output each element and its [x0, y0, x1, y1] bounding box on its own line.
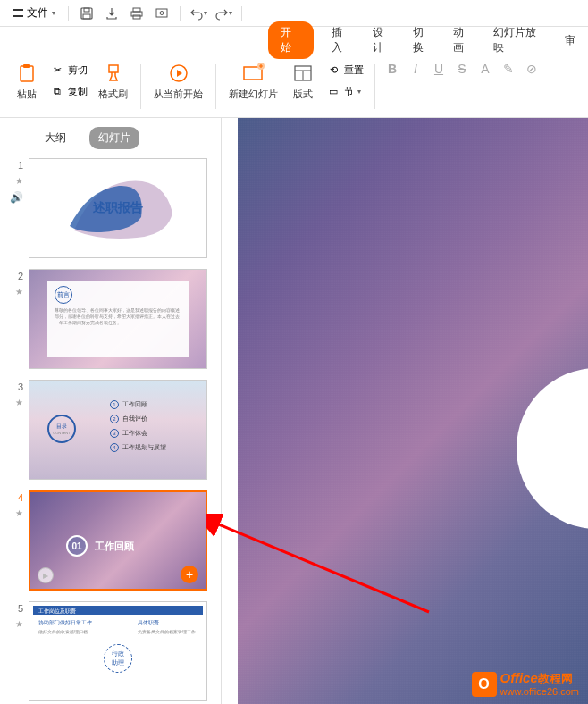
brush-icon	[101, 61, 126, 86]
panel-nav: 大纲 幻灯片	[0, 118, 221, 158]
star-icon[interactable]: ★	[15, 398, 23, 407]
slide5-bar-title: 工作岗位及职责	[38, 608, 76, 616]
highlight-button[interactable]: ✎	[499, 59, 518, 79]
file-label: 文件	[27, 5, 48, 21]
reset-button[interactable]: ⟲重置	[323, 61, 367, 79]
star-icon[interactable]: ★	[15, 508, 23, 518]
cut-button[interactable]: ✂剪切	[46, 61, 91, 79]
tab-review[interactable]: 审	[563, 29, 577, 52]
slide-thumb-5[interactable]: 工作岗位及职责 协助部门做好日常工作 做好文件的收发整理归档 行政 助理 具体职…	[29, 601, 207, 701]
slide2-badge: 前言	[55, 286, 72, 304]
print-button[interactable]	[126, 3, 147, 24]
redo-button[interactable]: ▾	[213, 3, 234, 24]
slide-row-1: 1 ★ 🔊 述职报告	[7, 158, 217, 258]
star-icon[interactable]: ★	[15, 619, 23, 629]
slide-canvas-area[interactable]	[222, 118, 588, 704]
section-button[interactable]: ▭节▾	[323, 82, 367, 100]
separator	[374, 64, 375, 109]
preview-button[interactable]	[151, 3, 172, 24]
separator	[180, 6, 181, 21]
svg-rect-1	[84, 8, 89, 12]
ribbon-tabs: 开始 插入 设计 切换 动画 幻灯片放映 审	[0, 27, 588, 54]
svg-rect-2	[83, 14, 90, 19]
layout-icon	[290, 61, 315, 86]
svg-rect-3	[133, 8, 140, 12]
svg-rect-6	[156, 9, 167, 17]
font-group: B I U S A ✎ ⊘	[382, 59, 542, 79]
new-slide-button[interactable]: 新建幻灯片	[223, 59, 283, 103]
slide4-num: 01	[66, 535, 88, 557]
svg-rect-9	[23, 64, 30, 68]
slide-panel: 大纲 幻灯片 1 ★ 🔊 述职报告	[0, 118, 222, 704]
slide-number: 2	[18, 271, 23, 281]
slide-thumb-1[interactable]: 述职报告	[29, 158, 207, 258]
slide-thumb-4[interactable]: 01 工作回顾 ▶ +	[29, 490, 207, 591]
underline-button[interactable]: U	[429, 59, 449, 79]
tab-slideshow[interactable]: 幻灯片放映	[491, 21, 547, 59]
from-beginning-button[interactable]: 从当前开始	[148, 59, 208, 103]
scissors-icon: ✂	[50, 63, 64, 77]
new-slide-icon	[241, 61, 266, 86]
slide-thumb-3[interactable]: 目录 CONTENT 1工作回顾 2自我评价 3工作体会 4工作规划与展望	[29, 380, 207, 480]
svg-point-7	[160, 11, 164, 14]
sound-icon[interactable]: 🔊	[10, 191, 23, 204]
slide-number: 5	[18, 603, 23, 614]
current-slide[interactable]	[238, 118, 588, 704]
star-icon[interactable]: ★	[15, 287, 23, 297]
undo-button[interactable]: ▾	[188, 3, 209, 24]
slide2-text: 尊敬的各位领导、各位同事大家好，这是我述职报告的内容概述部分，感谢各位的聆听与支…	[55, 307, 181, 326]
tab-animation[interactable]: 动画	[451, 21, 475, 59]
svg-rect-8	[21, 66, 33, 81]
format-painter-button[interactable]: 格式刷	[93, 59, 133, 103]
separator	[241, 6, 242, 21]
slide-row-2: 2 ★ 前言 尊敬的各位领导、各位同事大家好，这是我述职报告的内容概述部分，感谢…	[7, 269, 217, 369]
thumbnails[interactable]: 1 ★ 🔊 述职报告 2 ★	[0, 158, 221, 704]
separator	[215, 64, 216, 109]
slide-thumb-2[interactable]: 前言 尊敬的各位领导、各位同事大家好，这是我述职报告的内容概述部分，感谢各位的聆…	[29, 269, 207, 369]
slide-number: 1	[18, 160, 23, 171]
add-slide-button[interactable]: +	[181, 566, 198, 583]
tab-start[interactable]: 开始	[268, 21, 314, 59]
chevron-down-icon: ▾	[52, 9, 55, 17]
slide3-items: 1工作回顾 2自我评价 3工作体会 4工作规划与展望	[110, 400, 166, 452]
slide-row-5: 5 ★ 工作岗位及职责 协助部门做好日常工作 做好文件的收发整理归档 行政 助理	[7, 601, 217, 701]
watermark: O Office教程网 www.office26.com	[472, 671, 579, 697]
slide-row-4: 4 ★ 01 工作回顾 ▶ +	[7, 490, 217, 591]
file-menu[interactable]: 文件 ▾	[7, 4, 61, 22]
export-button[interactable]	[101, 3, 122, 24]
clear-format-button[interactable]: ⊘	[522, 59, 542, 79]
star-icon[interactable]: ★	[15, 176, 23, 186]
slide4-title: 工作回顾	[95, 540, 134, 553]
tab-design[interactable]: 设计	[371, 21, 395, 59]
tab-transition[interactable]: 切换	[411, 21, 435, 59]
slide3-circle: 目录 CONTENT	[47, 415, 76, 443]
separator	[140, 64, 141, 109]
section-icon: ▭	[326, 84, 340, 98]
italic-button[interactable]: I	[406, 59, 425, 79]
hamburger-icon	[13, 9, 23, 17]
outline-tab[interactable]: 大纲	[36, 127, 75, 149]
paste-button[interactable]: 粘贴	[9, 59, 45, 103]
tab-insert[interactable]: 插入	[330, 21, 354, 59]
bold-button[interactable]: B	[382, 59, 402, 79]
slide1-title: 述职报告	[93, 200, 143, 216]
font-color-button[interactable]: A	[475, 59, 495, 79]
copy-icon: ⧉	[50, 84, 64, 98]
reset-icon: ⟲	[326, 63, 340, 77]
copy-button[interactable]: ⧉复制	[46, 82, 91, 100]
ribbon: 粘贴 ✂剪切 ⧉复制 格式刷 从当前开始 新建幻灯片 版式 ⟲重置 ▭节▾ B …	[0, 54, 588, 118]
slide5-center: 行政 助理	[104, 644, 132, 673]
slide-number: 3	[18, 381, 23, 392]
save-button[interactable]	[76, 3, 97, 24]
slide-number: 4	[18, 492, 23, 503]
slides-tab[interactable]: 幻灯片	[89, 127, 139, 149]
paste-icon	[14, 61, 39, 86]
separator	[68, 6, 69, 21]
layout-button[interactable]: 版式	[285, 59, 321, 103]
play-icon	[166, 61, 191, 86]
play-slide-button[interactable]: ▶	[38, 567, 54, 583]
slide-row-3: 3 ★ 目录 CONTENT 1工作回顾 2自我评价 3工作体会	[7, 380, 217, 480]
svg-rect-10	[109, 65, 118, 72]
watermark-logo: O	[472, 672, 497, 697]
strike-button[interactable]: S	[452, 59, 472, 79]
